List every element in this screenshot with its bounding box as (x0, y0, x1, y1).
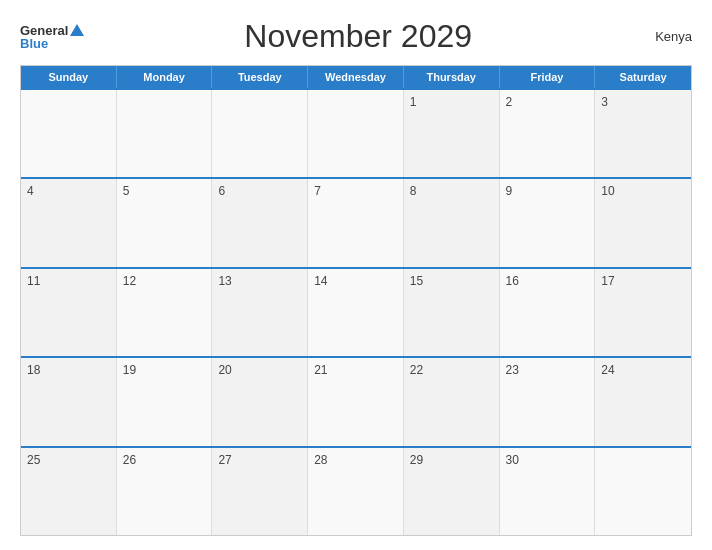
day-cell-10: 10 (595, 179, 691, 266)
col-header-wednesday: Wednesday (308, 66, 404, 88)
day-cell-8: 8 (404, 179, 500, 266)
weeks-container: 1 2 3 4 5 6 7 8 9 10 11 12 13 14 15 16 (21, 88, 691, 535)
col-header-thursday: Thursday (404, 66, 500, 88)
logo-general-text: General (20, 24, 68, 37)
calendar-grid: Sunday Monday Tuesday Wednesday Thursday… (20, 65, 692, 536)
calendar-title: November 2029 (84, 18, 632, 55)
logo: General Blue (20, 24, 84, 50)
logo-blue-text: Blue (20, 37, 48, 50)
day-cell-26: 26 (117, 448, 213, 535)
day-cell-3: 3 (595, 90, 691, 177)
day-cell (117, 90, 213, 177)
day-cell-6: 6 (212, 179, 308, 266)
day-cell-13: 13 (212, 269, 308, 356)
day-cell (21, 90, 117, 177)
col-header-monday: Monday (117, 66, 213, 88)
day-cell-27: 27 (212, 448, 308, 535)
day-cell-5: 5 (117, 179, 213, 266)
calendar-header-row: Sunday Monday Tuesday Wednesday Thursday… (21, 66, 691, 88)
day-cell-4: 4 (21, 179, 117, 266)
col-header-tuesday: Tuesday (212, 66, 308, 88)
week-row-2: 4 5 6 7 8 9 10 (21, 177, 691, 266)
day-cell-29: 29 (404, 448, 500, 535)
day-cell-12: 12 (117, 269, 213, 356)
day-cell-19: 19 (117, 358, 213, 445)
col-header-sunday: Sunday (21, 66, 117, 88)
day-cell-22: 22 (404, 358, 500, 445)
day-cell-23: 23 (500, 358, 596, 445)
col-header-saturday: Saturday (595, 66, 691, 88)
day-cell-7: 7 (308, 179, 404, 266)
header: General Blue November 2029 Kenya (20, 18, 692, 55)
day-cell-11: 11 (21, 269, 117, 356)
col-header-friday: Friday (500, 66, 596, 88)
day-cell-16: 16 (500, 269, 596, 356)
day-cell-25: 25 (21, 448, 117, 535)
week-row-4: 18 19 20 21 22 23 24 (21, 356, 691, 445)
day-cell-28: 28 (308, 448, 404, 535)
day-cell-21: 21 (308, 358, 404, 445)
day-cell-empty-end (595, 448, 691, 535)
calendar-page: General Blue November 2029 Kenya Sunday … (0, 0, 712, 550)
week-row-1: 1 2 3 (21, 88, 691, 177)
day-cell (212, 90, 308, 177)
day-cell-18: 18 (21, 358, 117, 445)
day-cell-24: 24 (595, 358, 691, 445)
week-row-3: 11 12 13 14 15 16 17 (21, 267, 691, 356)
logo-triangle-icon (70, 24, 84, 36)
day-cell-1: 1 (404, 90, 500, 177)
country-label: Kenya (632, 29, 692, 44)
day-cell-9: 9 (500, 179, 596, 266)
day-cell-30: 30 (500, 448, 596, 535)
day-cell-20: 20 (212, 358, 308, 445)
day-cell-15: 15 (404, 269, 500, 356)
day-cell-2: 2 (500, 90, 596, 177)
day-cell-17: 17 (595, 269, 691, 356)
day-cell (308, 90, 404, 177)
day-cell-14: 14 (308, 269, 404, 356)
week-row-5: 25 26 27 28 29 30 (21, 446, 691, 535)
